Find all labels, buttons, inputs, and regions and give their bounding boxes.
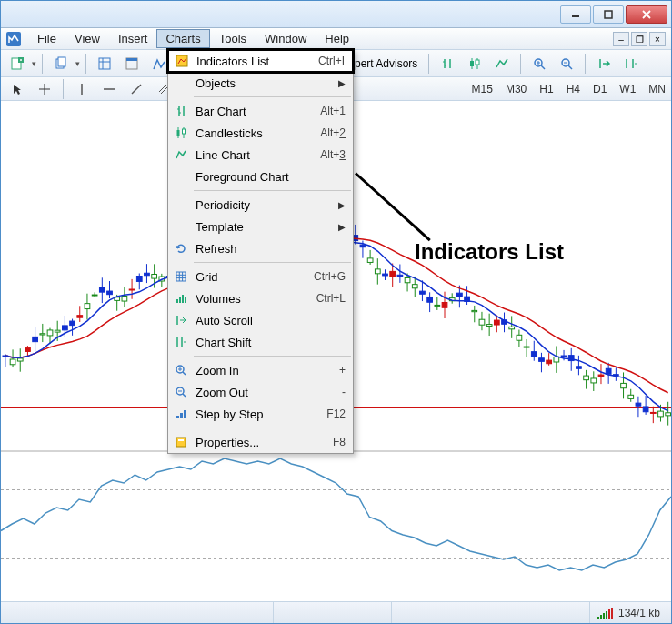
menu-item-label: Bar Chart bbox=[196, 105, 246, 118]
svg-rect-188 bbox=[494, 320, 499, 325]
menu-item-properties[interactable]: Properties...F8 bbox=[168, 431, 353, 453]
tf-w1[interactable]: W1 bbox=[614, 81, 641, 97]
svg-rect-263 bbox=[180, 413, 183, 418]
menu-item-volumes[interactable]: VolumesCtrl+L bbox=[168, 287, 353, 309]
data-window-button[interactable] bbox=[119, 53, 145, 75]
chartshift-icon bbox=[174, 335, 188, 349]
menu-view[interactable]: View bbox=[65, 29, 109, 48]
svg-rect-68 bbox=[47, 330, 53, 336]
svg-rect-11 bbox=[99, 58, 110, 69]
menu-item-line-chart[interactable]: Line ChartAlt+3 bbox=[168, 144, 353, 166]
zoom-out-button[interactable] bbox=[554, 53, 579, 75]
svg-rect-82 bbox=[99, 287, 105, 293]
vline-button[interactable] bbox=[69, 78, 95, 100]
menu-item-bar-chart[interactable]: Bar ChartAlt+1 bbox=[168, 100, 353, 122]
svg-rect-216 bbox=[598, 375, 604, 377]
svg-rect-164 bbox=[405, 277, 410, 282]
crosshair-button[interactable] bbox=[32, 78, 57, 100]
svg-line-256 bbox=[183, 372, 186, 375]
cursor-button[interactable] bbox=[5, 78, 30, 100]
menu-item-zoom-out[interactable]: Zoom Out- bbox=[168, 381, 353, 403]
svg-rect-10 bbox=[58, 57, 65, 66]
menu-window[interactable]: Window bbox=[256, 29, 316, 48]
mdi-restore[interactable]: ❐ bbox=[631, 32, 647, 46]
profiles-button[interactable] bbox=[48, 53, 74, 75]
line-chart-button[interactable] bbox=[489, 53, 515, 75]
bar-chart-button[interactable] bbox=[435, 53, 460, 75]
svg-rect-238 bbox=[176, 55, 187, 66]
menu-item-refresh[interactable]: Refresh bbox=[168, 237, 353, 259]
market-watch-button[interactable] bbox=[92, 53, 117, 75]
svg-rect-262 bbox=[176, 416, 179, 418]
svg-rect-184 bbox=[479, 319, 485, 325]
svg-rect-58 bbox=[10, 359, 15, 365]
connection-text: 134/1 kb bbox=[618, 607, 660, 619]
mdi-close[interactable]: × bbox=[649, 32, 666, 46]
connection-status[interactable]: 134/1 kb bbox=[590, 602, 671, 623]
chartshift-button[interactable] bbox=[618, 53, 644, 75]
candlestick-button[interactable] bbox=[462, 53, 487, 75]
menu-item-label: Refresh bbox=[196, 242, 237, 256]
menu-tools[interactable]: Tools bbox=[210, 29, 256, 48]
minimize-button[interactable] bbox=[560, 5, 591, 24]
new-chart-button[interactable] bbox=[5, 53, 30, 75]
menu-item-periodicity[interactable]: Periodicity▶ bbox=[168, 194, 353, 216]
charts-dropdown: Indicators ListCtrl+IObjects▶Bar ChartAl… bbox=[167, 49, 354, 454]
tf-h1[interactable]: H1 bbox=[534, 81, 558, 97]
menu-item-zoom-in[interactable]: Zoom In+ bbox=[168, 359, 353, 381]
menu-item-candlesticks[interactable]: CandlesticksAlt+2 bbox=[168, 122, 353, 144]
menu-item-label: Zoom In bbox=[196, 364, 239, 377]
svg-rect-76 bbox=[77, 316, 83, 318]
menu-item-shortcut: Ctrl+G bbox=[314, 270, 346, 283]
menu-item-auto-scroll[interactable]: Auto Scroll bbox=[168, 309, 353, 331]
svg-rect-156 bbox=[375, 269, 380, 274]
menu-item-label: Grid bbox=[196, 270, 218, 284]
menu-item-chart-shift[interactable]: Chart Shift bbox=[168, 331, 353, 353]
menubar: File View Insert Charts Tools Window Hel… bbox=[1, 28, 671, 50]
svg-line-47 bbox=[132, 85, 141, 94]
svg-rect-60 bbox=[17, 358, 23, 361]
svg-rect-200 bbox=[539, 358, 545, 362]
svg-rect-192 bbox=[509, 327, 515, 329]
close-button[interactable] bbox=[626, 5, 667, 24]
svg-rect-15 bbox=[126, 58, 137, 61]
mdi-minimize[interactable]: – bbox=[613, 32, 629, 46]
menu-item-step-by-step[interactable]: Step by StepF12 bbox=[168, 403, 353, 425]
svg-rect-246 bbox=[183, 129, 186, 134]
zoomin-icon bbox=[174, 363, 188, 377]
menu-item-grid[interactable]: GridCtrl+G bbox=[168, 266, 353, 287]
trendline-button[interactable] bbox=[124, 78, 149, 100]
tf-m15[interactable]: M15 bbox=[466, 81, 498, 97]
svg-rect-64 bbox=[33, 337, 38, 341]
menu-charts[interactable]: Charts bbox=[156, 29, 209, 48]
tf-m30[interactable]: M30 bbox=[500, 81, 532, 97]
menu-item-template[interactable]: Template▶ bbox=[168, 216, 353, 237]
svg-rect-266 bbox=[178, 439, 184, 441]
menu-item-shortcut: Alt+2 bbox=[320, 126, 346, 139]
hline-button[interactable] bbox=[96, 78, 122, 100]
svg-rect-62 bbox=[25, 347, 31, 351]
submenu-arrow-icon: ▶ bbox=[338, 222, 346, 232]
annotation-label: Indicators List bbox=[415, 239, 564, 265]
svg-rect-158 bbox=[383, 274, 388, 276]
zoom-in-button[interactable] bbox=[527, 53, 552, 75]
menu-help[interactable]: Help bbox=[316, 29, 358, 48]
menu-item-indicators-list[interactable]: Indicators ListCtrl+I bbox=[166, 48, 355, 74]
svg-rect-168 bbox=[420, 291, 426, 294]
tf-mn[interactable]: MN bbox=[643, 81, 671, 97]
menu-item-label: Foreground Chart bbox=[196, 170, 289, 184]
menu-item-foreground-chart[interactable]: Foreground Chart bbox=[168, 166, 353, 187]
svg-rect-226 bbox=[636, 403, 641, 406]
svg-rect-228 bbox=[643, 407, 648, 412]
menu-separator bbox=[194, 356, 351, 357]
autoscroll-button[interactable] bbox=[591, 53, 617, 75]
menu-insert[interactable]: Insert bbox=[109, 29, 157, 48]
maximize-button[interactable] bbox=[593, 5, 624, 24]
tf-d1[interactable]: D1 bbox=[587, 81, 612, 97]
svg-rect-92 bbox=[136, 277, 142, 282]
menu-separator bbox=[194, 428, 351, 428]
menu-file[interactable]: File bbox=[28, 29, 65, 48]
menu-item-objects[interactable]: Objects▶ bbox=[168, 72, 353, 94]
tf-h4[interactable]: H4 bbox=[561, 81, 586, 97]
svg-rect-32 bbox=[476, 60, 479, 65]
